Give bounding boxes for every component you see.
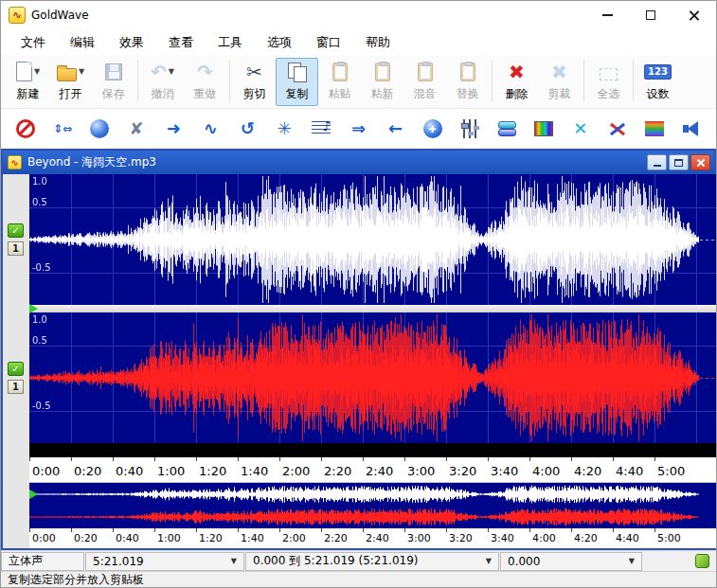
toolbar-button-paste[interactable]: 粘贴 [318,58,361,106]
toolbar-button-copy[interactable]: 复制 [276,58,318,106]
status-length-dropdown[interactable]: 5:21.019 ▼ [85,552,244,571]
toolbar-button-new[interactable]: ▼新建 [7,58,49,106]
effect-button-spectrum[interactable] [530,115,557,143]
play-position-marker-icon[interactable] [29,304,38,313]
time-label: 1:40 [241,532,264,544]
maximize-button[interactable] [629,1,672,29]
toolbar-button-set-number[interactable]: 123设数 [636,58,679,106]
menu-help[interactable]: 帮助 [353,30,403,55]
pills-icon [497,120,516,137]
document-icon: ∿ [8,155,22,169]
new-icon [16,62,32,81]
menu-edit[interactable]: 编辑 [58,30,107,55]
effect-button-cue-note[interactable] [308,115,334,143]
effect-button-tool-x[interactable]: ✘ [123,115,150,143]
menu-effects[interactable]: 效果 [107,30,156,55]
toolbar-button-save[interactable]: 保存 [92,58,134,106]
axis-tick [238,457,239,461]
effect-button-zoom-ball[interactable] [86,115,113,143]
right-channel-number-button[interactable]: 1 [8,380,24,394]
effect-button-crossfade[interactable] [604,115,631,143]
effect-button-wave[interactable]: ∿ [197,115,224,143]
effect-button-loop[interactable]: ↺ [234,115,260,143]
dropdown-arrow-icon[interactable]: ▼ [34,67,40,76]
time-label: 5:00 [657,464,685,478]
chevron-down-icon[interactable]: ▼ [225,557,237,565]
menu-view[interactable]: 查看 [156,30,206,55]
toolbar-button-open[interactable]: ▼打开 [49,58,92,106]
toolbar-button-mix[interactable]: 混音 [403,58,446,106]
axis-tick [196,457,197,461]
effect-button-equalizer[interactable] [457,115,483,143]
right-channel-waveform[interactable] [29,312,716,443]
effect-button-goto-arrow[interactable]: ➜ [160,115,187,143]
toolbar-button-label: 重做 [194,86,217,102]
axis-tick [29,457,30,461]
dropdown-arrow-icon[interactable]: ▼ [79,67,84,76]
axis-tick [446,457,447,461]
mix-icon [418,62,433,81]
effect-button-speaker[interactable] [678,115,705,143]
document-minimize-button[interactable] [647,154,667,170]
axis-tick [404,528,405,532]
close-icon [696,158,706,168]
axis-tick [363,457,364,461]
overview-position-marker-icon[interactable] [29,490,38,499]
document-title-bar[interactable]: ∿ Beyond - 海阔天空.mp3 [3,151,714,174]
effect-button-mechanize[interactable]: ✳ [271,115,297,143]
toolbar-button-redo[interactable]: ↷重做 [184,58,226,106]
effect-button-back-arrow[interactable]: ← [382,115,408,143]
toolbar-button-label: 删除 [506,86,529,102]
right-channel-enable-button[interactable]: ✓ [8,362,24,376]
axis-tick [654,457,655,461]
document-close-button[interactable] [690,154,710,170]
time-label: 3:40 [491,464,518,478]
overview-waveform[interactable] [29,483,716,528]
axis-tick [321,528,322,532]
effect-button-pan-ball[interactable] [420,115,446,143]
waveform-panel: ✓ 1 ✓ 1 0:000:200:401:001:201:402: [3,174,714,548]
document-maximize-button[interactable] [669,154,689,170]
time-label: 2:40 [366,464,393,478]
toolbar-button-trim[interactable]: ✖剪裁 [538,58,581,106]
close-icon [689,9,700,21]
effect-button-forward-arrow[interactable]: ⇒ [345,115,371,143]
effect-button-no-entry[interactable] [12,115,39,143]
toolbar-button-replace[interactable]: 替换 [446,58,489,106]
toolbar-button-label: 混音 [414,86,437,102]
effect-button-smooth-x[interactable]: ✕ [567,115,594,143]
toolbar-button-cut[interactable]: ✂剪切 [233,58,276,106]
selection-marker-strip[interactable] [29,443,716,457]
toolbar-button-label: 粘新 [371,86,394,102]
axis-tick [29,528,30,532]
effect-button-rainbow[interactable] [641,115,668,143]
menu-options[interactable]: 选项 [255,30,304,55]
status-tray-icon [695,554,709,568]
menu-window[interactable]: 窗口 [304,30,353,55]
menu-tools[interactable]: 工具 [206,30,255,55]
time-label: 0:40 [116,532,139,544]
menu-file[interactable]: 文件 [9,30,58,55]
dropdown-arrow-icon[interactable]: ▼ [169,67,174,76]
minimize-button[interactable] [585,1,629,29]
status-position-dropdown[interactable]: 0.000 ▼ [500,552,642,571]
left-channel-number-button[interactable]: 1 [8,241,24,256]
goto-arrow-icon: ➜ [167,120,181,137]
toolbar-button-delete[interactable]: ✖删除 [495,58,538,106]
toolbar-button-paste-new[interactable]: 粘新 [361,58,403,106]
toolbar-button-select-all[interactable]: 全选 [587,58,630,106]
chevron-down-icon[interactable]: ▼ [480,557,492,565]
status-selection-dropdown[interactable]: 0.000 到 5:21.019 (5:21.019) ▼ [245,552,499,571]
check-icon: ✓ [11,225,19,236]
close-button[interactable] [672,1,716,29]
channel-gutter: ✓ 1 ✓ 1 [3,174,29,548]
time-label: 2:20 [324,464,351,478]
axis-tick [488,528,489,532]
axis-tick [654,528,655,532]
effect-button-pills[interactable] [493,115,520,143]
effect-button-resize-arrows[interactable]: ⇕⇔ [49,115,76,143]
chevron-down-icon[interactable]: ▼ [623,557,635,565]
left-channel-enable-button[interactable]: ✓ [8,223,24,238]
toolbar-button-undo[interactable]: ↶▼撤消 [141,58,184,106]
left-channel-waveform[interactable] [29,174,716,305]
